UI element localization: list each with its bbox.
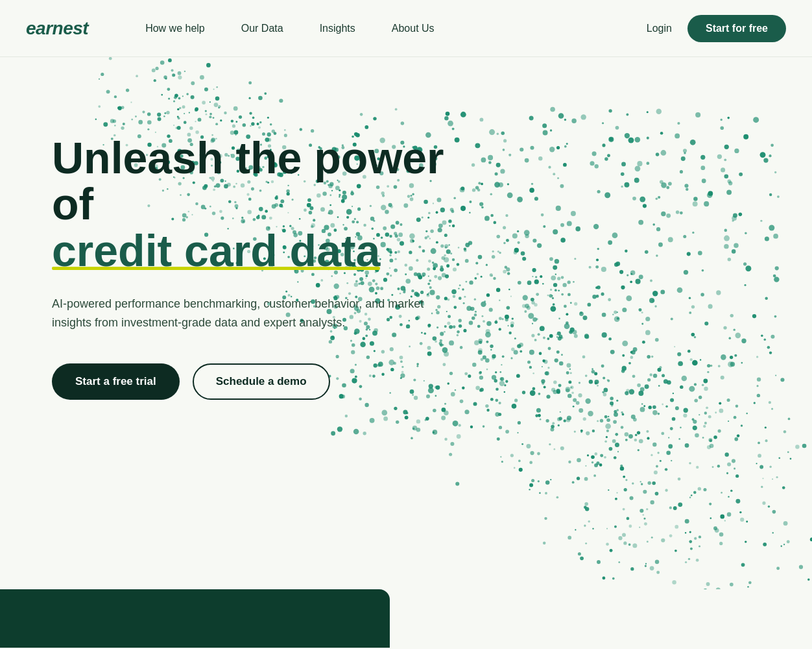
hero-heading: Unleash the power of credit card data (52, 135, 460, 274)
nav-link-about-us[interactable]: About Us (374, 18, 453, 40)
hero-subtext: AI-powered performance benchmarking, cus… (52, 295, 428, 332)
hero-heading-highlight: credit card data (52, 228, 380, 274)
hero-content: Unleash the power of credit card data AI… (0, 57, 486, 452)
nav-start-free-button[interactable]: Start for free (687, 15, 786, 42)
hero-buttons: Start a free trial Schedule a demo (52, 363, 460, 400)
nav-link-our-data[interactable]: Our Data (223, 18, 302, 40)
nav-link-how-we-help[interactable]: How we help (127, 18, 223, 40)
nav-right: Login Start for free (647, 15, 786, 42)
hero-heading-line1: Unleash the power of (52, 133, 444, 228)
navbar: earnest How we help Our Data Insights Ab… (0, 0, 812, 57)
start-free-trial-button[interactable]: Start a free trial (52, 363, 180, 400)
schedule-demo-button[interactable]: Schedule a demo (193, 363, 330, 400)
bottom-dark-panel (0, 589, 390, 648)
login-link[interactable]: Login (647, 23, 672, 34)
brand-logo[interactable]: earnest (26, 18, 88, 39)
bottom-section (0, 589, 812, 648)
nav-link-insights[interactable]: Insights (302, 18, 374, 40)
bottom-light-panel (390, 589, 812, 648)
hero-section: Unleash the power of credit card data AI… (0, 57, 812, 589)
